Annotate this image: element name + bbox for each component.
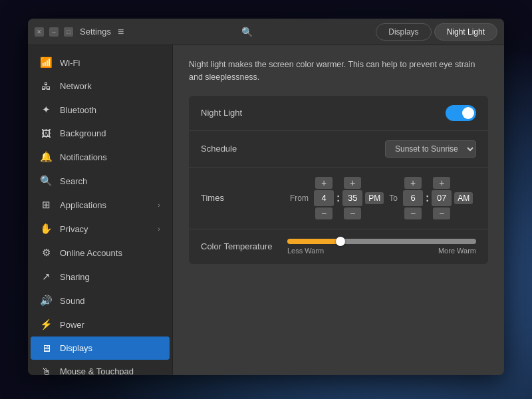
minimize-button[interactable]: – (49, 27, 59, 37)
to-hour-value: 6 (403, 190, 423, 206)
sidebar-item-privacy-label: Privacy (60, 224, 88, 234)
notifications-icon: 🔔 (40, 151, 52, 163)
applications-chevron: › (158, 201, 160, 209)
to-min-value: 07 (432, 190, 452, 206)
to-sep: : (426, 192, 429, 204)
times-content: From + 4 − : + 35 − PM (287, 177, 476, 219)
main-content: Night light makes the screen color warme… (173, 45, 504, 375)
privacy-chevron: › (158, 225, 160, 233)
sidebar-item-search-label: Search (60, 176, 87, 186)
sidebar-item-network[interactable]: 🖧 Network (31, 74, 170, 98)
titlebar: ✕ – □ Settings ≡ 🔍 Displays Night Light (28, 19, 504, 45)
sidebar-item-privacy[interactable]: ✋ Privacy › (31, 217, 170, 241)
settings-card: Night Light Schedule Sunset to Sunrise M… (189, 96, 488, 264)
color-temp-content: Less Warm More Warm (287, 239, 476, 255)
sound-icon: 🔊 (40, 295, 52, 307)
network-icon: 🖧 (40, 80, 52, 92)
displays-icon: 🖥 (40, 342, 52, 354)
from-label: From (290, 194, 309, 203)
to-min-down[interactable]: − (433, 207, 450, 219)
color-temp-track[interactable] (287, 239, 476, 244)
tab-bar: Displays Night Light (376, 23, 497, 41)
times-row: Times From + 4 − : + 35 − (189, 168, 488, 229)
night-light-description: Night light makes the screen color warme… (189, 59, 488, 84)
sidebar-item-sound-label: Sound (60, 296, 85, 306)
sidebar-item-wifi-label: Wi-Fi (60, 58, 80, 68)
to-min-group: + 07 − (432, 177, 452, 219)
sidebar-item-bluetooth-label: Bluetooth (60, 105, 96, 115)
from-hour-group: + 4 − (314, 177, 334, 219)
window-controls: ✕ – □ (35, 27, 73, 37)
more-warm-label: More Warm (438, 247, 476, 255)
from-hour-value: 4 (314, 190, 334, 206)
color-temp-thumb[interactable] (336, 237, 345, 246)
from-hour-down[interactable]: − (315, 207, 332, 219)
sidebar-item-notifications-label: Notifications (60, 152, 107, 162)
tab-night-light[interactable]: Night Light (434, 23, 497, 41)
schedule-row: Schedule Sunset to Sunrise Manual (189, 131, 488, 168)
to-hour-up[interactable]: + (404, 177, 422, 189)
night-light-row: Night Light (189, 96, 488, 131)
from-min-up[interactable]: + (344, 177, 361, 189)
from-sep: : (336, 192, 340, 204)
to-label: To (389, 194, 398, 203)
privacy-icon: ✋ (40, 223, 52, 235)
sidebar-item-applications[interactable]: ⊞ Applications › (31, 193, 170, 217)
sidebar: 📶 Wi-Fi 🖧 Network ✦ Bluetooth 🖼 Backgrou… (28, 45, 173, 375)
sidebar-item-displays-label: Displays (60, 343, 92, 353)
slider-labels: Less Warm More Warm (287, 247, 476, 255)
hamburger-button[interactable]: ≡ (118, 26, 124, 38)
from-ampm-value[interactable]: PM (365, 192, 384, 204)
settings-window: ✕ – □ Settings ≡ 🔍 Displays Night Light … (28, 19, 504, 375)
window-body: 📶 Wi-Fi 🖧 Network ✦ Bluetooth 🖼 Backgrou… (28, 45, 504, 375)
search-sidebar-icon: 🔍 (40, 175, 52, 187)
window-title: Settings (80, 27, 111, 37)
sidebar-item-mouse[interactable]: 🖱 Mouse & Touchpad (31, 360, 170, 375)
sidebar-item-background-label: Background (60, 128, 106, 138)
sidebar-item-applications-label: Applications (60, 200, 106, 210)
online-accounts-icon: ⚙ (40, 247, 52, 259)
sidebar-item-background[interactable]: 🖼 Background (31, 122, 170, 145)
maximize-button[interactable]: □ (64, 27, 73, 37)
color-temp-label: Color Temperature (201, 241, 287, 251)
sidebar-item-search[interactable]: 🔍 Search (31, 169, 170, 193)
sidebar-item-online-accounts-label: Online Accounts (60, 248, 122, 258)
schedule-select[interactable]: Sunset to Sunrise Manual (385, 140, 476, 158)
from-hour-up[interactable]: + (315, 177, 332, 189)
to-hour-down[interactable]: − (404, 207, 422, 219)
sidebar-item-sharing[interactable]: ↗ Sharing (31, 265, 170, 289)
night-light-content (287, 105, 476, 121)
sidebar-item-online-accounts[interactable]: ⚙ Online Accounts (31, 241, 170, 265)
sidebar-item-mouse-label: Mouse & Touchpad (60, 366, 134, 375)
sidebar-item-displays[interactable]: 🖥 Displays (31, 336, 170, 360)
sidebar-item-bluetooth[interactable]: ✦ Bluetooth (31, 98, 170, 122)
times-label: Times (201, 193, 287, 203)
night-light-toggle[interactable] (446, 105, 476, 121)
to-ampm-value[interactable]: AM (454, 192, 473, 204)
mouse-icon: 🖱 (40, 366, 52, 375)
to-hour-group: + 6 − (403, 177, 423, 219)
sidebar-item-sharing-label: Sharing (60, 272, 90, 282)
sidebar-item-network-label: Network (60, 81, 92, 91)
sidebar-item-power[interactable]: ⚡ Power (31, 313, 170, 336)
from-min-down[interactable]: − (344, 207, 361, 219)
schedule-content: Sunset to Sunrise Manual (287, 140, 476, 158)
color-temp-row: Color Temperature Less Warm More Warm (189, 229, 488, 264)
tab-displays[interactable]: Displays (376, 23, 431, 41)
night-light-label: Night Light (201, 108, 287, 118)
close-button[interactable]: ✕ (35, 27, 44, 37)
wifi-icon: 📶 (40, 57, 52, 68)
schedule-label: Schedule (201, 144, 287, 154)
applications-icon: ⊞ (40, 199, 52, 211)
bluetooth-icon: ✦ (40, 104, 52, 116)
search-button[interactable]: 🔍 (241, 27, 253, 37)
sidebar-item-power-label: Power (60, 320, 84, 330)
from-min-value: 35 (342, 190, 362, 206)
background-icon: 🖼 (40, 128, 52, 139)
color-temp-slider-section: Less Warm More Warm (287, 239, 476, 255)
to-min-up[interactable]: + (433, 177, 450, 189)
sidebar-item-wifi[interactable]: 📶 Wi-Fi (31, 51, 170, 74)
sidebar-item-notifications[interactable]: 🔔 Notifications (31, 145, 170, 169)
sharing-icon: ↗ (40, 271, 52, 283)
sidebar-item-sound[interactable]: 🔊 Sound (31, 289, 170, 313)
